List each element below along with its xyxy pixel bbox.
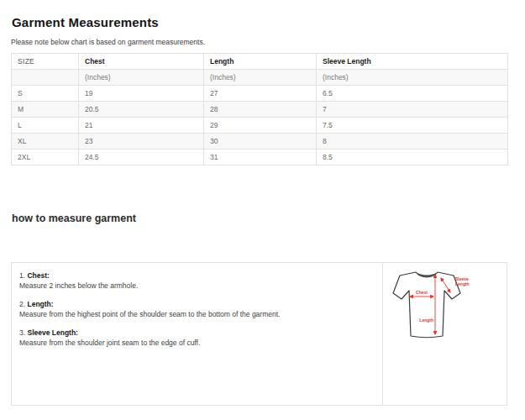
step-label: 3. Sleeve Length: bbox=[19, 328, 375, 338]
cell-sleeve-length: 7 bbox=[317, 102, 508, 118]
table-row-s: S 19 27 6.5 bbox=[12, 86, 508, 102]
how-to-measure-section: 1. Chest: Measure 2 inches below the arm… bbox=[11, 262, 507, 406]
size-chart-units-row: (Inches) (Inches) (Inches) bbox=[12, 70, 508, 86]
size-guide-page: Garment Measurements Please note below c… bbox=[11, 0, 507, 406]
column-header-chest: Chest bbox=[79, 54, 204, 70]
tshirt-diagram-image: Chest Length Sleeve Length bbox=[390, 268, 484, 340]
cell-size: L bbox=[12, 118, 79, 134]
step-text: Measure from the highest point of the sh… bbox=[19, 309, 375, 319]
cell-size: M bbox=[12, 102, 79, 118]
tshirt-outline bbox=[393, 272, 460, 338]
step-label: 1. Chest: bbox=[19, 270, 375, 281]
length-label: Length bbox=[419, 318, 433, 323]
cell-length: 27 bbox=[204, 86, 317, 102]
step-text: Measure 2 inches below the armhole. bbox=[19, 281, 375, 291]
step-number: 1. bbox=[19, 271, 25, 280]
cell-size: XL bbox=[12, 134, 79, 150]
cell-sleeve-length: 8 bbox=[317, 134, 508, 150]
table-row-l: L 21 29 7.5 bbox=[12, 118, 508, 134]
units-cell-empty bbox=[12, 70, 79, 86]
cell-chest: 19 bbox=[79, 86, 204, 102]
measure-instructions-panel: 1. Chest: Measure 2 inches below the arm… bbox=[11, 262, 383, 406]
cell-length: 31 bbox=[204, 150, 317, 165]
cell-chest: 23 bbox=[79, 134, 204, 150]
step-text: Measure from the shoulder joint seam to … bbox=[19, 338, 375, 348]
page-title: Garment Measurements bbox=[12, 15, 507, 29]
table-row-m: M 20.5 28 7 bbox=[12, 102, 508, 118]
table-row-xl: XL 23 30 8 bbox=[12, 134, 508, 150]
measurement-note: Please note below chart is based on garm… bbox=[11, 38, 507, 46]
units-cell: (Inches) bbox=[204, 70, 317, 86]
step-term: Sleeve Length: bbox=[27, 328, 77, 337]
cell-sleeve-length: 6.5 bbox=[317, 86, 508, 102]
cell-length: 29 bbox=[204, 118, 317, 134]
column-header-sleeve-length: Sleeve Length bbox=[317, 54, 508, 70]
step-term: Length: bbox=[27, 300, 53, 308]
cell-chest: 21 bbox=[79, 118, 204, 134]
step-number: 2. bbox=[19, 300, 25, 308]
step-number: 3. bbox=[19, 328, 25, 337]
sleeve-length-label-line2: Length bbox=[455, 281, 470, 286]
units-cell: (Inches) bbox=[79, 70, 204, 86]
column-header-size: SIZE bbox=[12, 54, 79, 70]
cell-length: 28 bbox=[204, 102, 317, 118]
chest-label: Chest bbox=[416, 290, 428, 295]
how-to-measure-heading: how to measure garment bbox=[12, 213, 507, 224]
cell-size: S bbox=[12, 86, 79, 102]
cell-chest: 20.5 bbox=[79, 102, 204, 118]
cell-sleeve-length: 7.5 bbox=[317, 118, 508, 134]
cell-size: 2XL bbox=[12, 150, 79, 165]
cell-length: 30 bbox=[204, 134, 317, 150]
size-chart-table: SIZE Chest Length Sleeve Length (Inches)… bbox=[11, 53, 508, 165]
cell-chest: 24.5 bbox=[79, 150, 204, 165]
measure-diagram-panel: Chest Length Sleeve Length bbox=[383, 262, 507, 406]
column-header-length: Length bbox=[204, 54, 317, 70]
step-label: 2. Length: bbox=[19, 299, 375, 309]
size-chart-header-row: SIZE Chest Length Sleeve Length bbox=[12, 54, 508, 70]
units-cell: (Inches) bbox=[317, 70, 508, 86]
step-term: Chest: bbox=[27, 271, 49, 280]
table-row-2xl: 2XL 24.5 31 8.5 bbox=[12, 150, 508, 165]
cell-sleeve-length: 8.5 bbox=[317, 150, 508, 165]
